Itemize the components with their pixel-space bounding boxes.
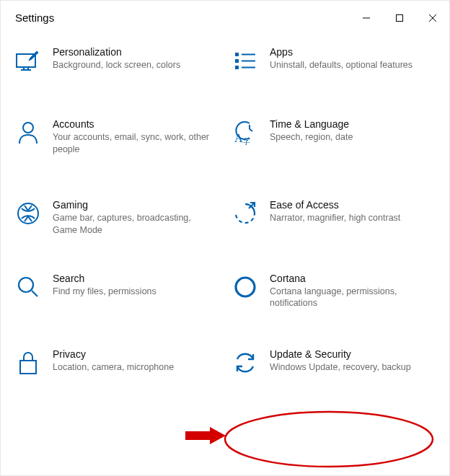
tile-update-security[interactable]: Update & Security Windows Update, recove… xyxy=(225,331,442,392)
svg-point-14 xyxy=(23,123,33,133)
tile-privacy[interactable]: Privacy Location, camera, microphone xyxy=(8,331,225,392)
tile-desc: Find my files, permissions xyxy=(53,286,209,298)
gaming-icon xyxy=(14,199,43,228)
svg-text:字: 字 xyxy=(242,137,250,145)
svg-rect-1 xyxy=(397,14,403,21)
tile-title: Apps xyxy=(270,46,426,58)
minimize-icon xyxy=(362,14,371,22)
tile-desc: Game bar, captures, broadcasting, Game M… xyxy=(53,212,209,237)
tile-text: Personalization Background, lock screen,… xyxy=(53,46,218,71)
tile-gaming[interactable]: Gaming Game bar, captures, broadcasting,… xyxy=(8,177,225,258)
close-button[interactable] xyxy=(416,6,449,30)
tile-title: Search xyxy=(53,273,209,284)
svg-point-23 xyxy=(236,278,255,296)
svg-rect-9 xyxy=(235,59,239,63)
svg-point-19 xyxy=(18,203,38,224)
tile-personalization[interactable]: Personalization Background, lock screen,… xyxy=(8,40,225,97)
tile-title: Update & Security xyxy=(270,348,426,360)
svg-rect-10 xyxy=(235,66,239,69)
window-title: Settings xyxy=(15,12,350,24)
tile-title: Personalization xyxy=(53,46,209,58)
tile-text: Apps Uninstall, defaults, optional featu… xyxy=(270,46,435,71)
tile-text: Update & Security Windows Update, recove… xyxy=(270,348,435,374)
tile-cortana[interactable]: Cortana Cortana language, permissions, n… xyxy=(225,258,442,332)
tile-desc: Windows Update, recovery, backup xyxy=(270,361,426,374)
accounts-icon xyxy=(14,118,43,147)
tile-text: Time & Language Speech, region, date xyxy=(270,118,435,144)
svg-point-26 xyxy=(225,412,433,467)
tile-time-language[interactable]: A 字 Time & Language Speech, region, date xyxy=(225,97,442,177)
svg-rect-24 xyxy=(20,361,36,374)
ease-of-access-icon xyxy=(231,199,260,228)
maximize-button[interactable] xyxy=(383,6,416,30)
tile-desc: Location, camera, microphone xyxy=(53,361,209,374)
minimize-button[interactable] xyxy=(350,6,383,30)
window-controls xyxy=(350,6,449,30)
tile-title: Ease of Access xyxy=(270,199,426,211)
search-icon xyxy=(14,273,43,301)
close-icon xyxy=(428,14,437,22)
time-language-icon: A 字 xyxy=(231,118,260,147)
svg-point-21 xyxy=(19,278,33,292)
svg-rect-8 xyxy=(235,53,239,56)
tile-text: Ease of Access Narrator, magnifier, high… xyxy=(270,199,435,224)
svg-marker-25 xyxy=(185,427,226,444)
privacy-icon xyxy=(14,348,43,377)
tile-ease-of-access[interactable]: Ease of Access Narrator, magnifier, high… xyxy=(225,177,442,258)
maximize-icon xyxy=(395,14,404,22)
annotation-circle-icon xyxy=(221,408,436,470)
tile-title: Time & Language xyxy=(270,118,426,130)
tile-title: Accounts xyxy=(53,118,209,130)
tile-desc: Cortana language, permissions, notificat… xyxy=(270,286,426,310)
tile-title: Gaming xyxy=(53,199,209,211)
tile-accounts[interactable]: Accounts Your accounts, email, sync, wor… xyxy=(8,97,225,177)
tile-desc: Uninstall, defaults, optional features xyxy=(270,59,426,71)
update-security-icon xyxy=(231,348,260,377)
titlebar: Settings xyxy=(1,1,449,33)
apps-icon xyxy=(231,46,260,75)
tile-text: Search Find my files, permissions xyxy=(53,273,218,298)
tile-desc: Background, lock screen, colors xyxy=(53,59,209,71)
tile-text: Gaming Game bar, captures, broadcasting,… xyxy=(53,199,218,237)
svg-line-16 xyxy=(250,129,252,131)
svg-line-22 xyxy=(32,291,38,296)
cortana-icon xyxy=(231,273,260,301)
tile-desc: Your accounts, email, sync, work, other … xyxy=(53,131,209,156)
tile-desc: Speech, region, date xyxy=(270,131,426,144)
settings-categories: Personalization Background, lock screen,… xyxy=(1,33,449,399)
tile-text: Cortana Cortana language, permissions, n… xyxy=(270,273,435,310)
personalization-icon xyxy=(14,46,43,75)
tile-desc: Narrator, magnifier, high contrast xyxy=(270,212,426,224)
tile-text: Accounts Your accounts, email, sync, wor… xyxy=(53,118,218,156)
annotation-arrow-icon xyxy=(185,425,227,446)
tile-text: Privacy Location, camera, microphone xyxy=(53,348,218,374)
tile-title: Privacy xyxy=(53,348,209,360)
tile-title: Cortana xyxy=(270,273,426,284)
tile-apps[interactable]: Apps Uninstall, defaults, optional featu… xyxy=(225,40,442,97)
tile-search[interactable]: Search Find my files, permissions xyxy=(8,258,225,332)
settings-grid: Personalization Background, lock screen,… xyxy=(8,40,442,392)
